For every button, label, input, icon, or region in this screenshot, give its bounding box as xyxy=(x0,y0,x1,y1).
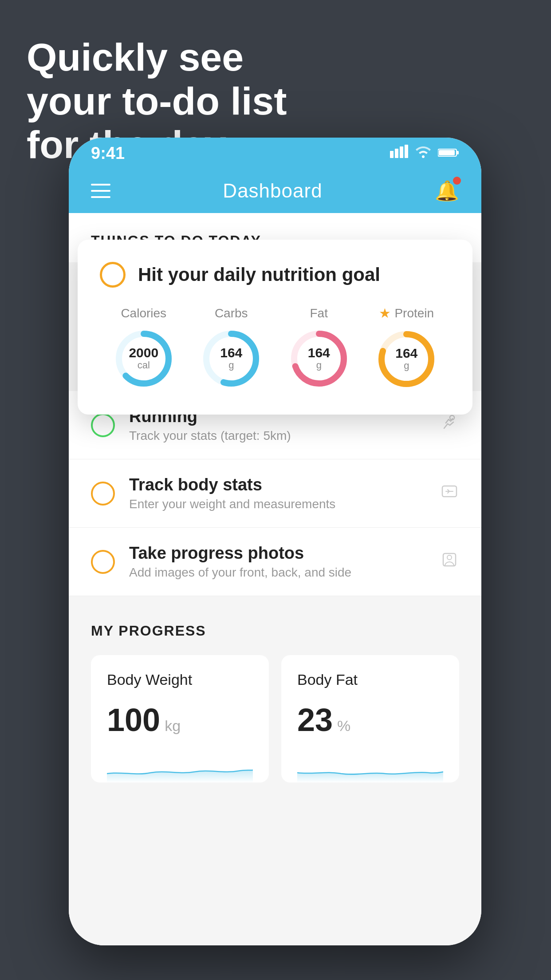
photos-title: Take progress photos xyxy=(129,544,440,563)
running-icon xyxy=(440,413,459,437)
bell-icon[interactable]: 🔔 xyxy=(435,179,459,202)
protein-label: ★ Protein xyxy=(379,305,434,321)
status-time: 9:41 xyxy=(91,144,125,163)
photos-subtitle: Add images of your front, back, and side xyxy=(129,565,440,580)
body-weight-chart xyxy=(107,751,253,782)
body-fat-chart xyxy=(297,751,443,782)
app-content: THINGS TO DO TODAY Hit your daily nutrit… xyxy=(69,213,481,945)
photos-check-circle xyxy=(91,550,115,574)
status-bar: 9:41 xyxy=(69,138,481,169)
nutrition-card: Hit your daily nutrition goal Calories 2… xyxy=(78,240,472,415)
svg-rect-0 xyxy=(390,151,394,158)
stat-fat: Fat 164 g xyxy=(288,306,350,390)
carbs-value: 164 g xyxy=(220,346,242,371)
nutrition-card-title: Hit your daily nutrition goal xyxy=(138,264,380,285)
svg-rect-5 xyxy=(457,151,459,154)
stat-carbs: Carbs 164 g xyxy=(200,306,262,390)
signal-icon xyxy=(390,145,409,162)
calories-label: Calories xyxy=(121,306,166,320)
body-weight-card[interactable]: Body Weight 100 kg xyxy=(91,655,269,782)
running-check-circle xyxy=(91,413,115,437)
body-stats-title: Track body stats xyxy=(129,475,440,494)
body-weight-value-wrap: 100 kg xyxy=(107,702,253,738)
protein-donut: 164 g xyxy=(375,328,437,390)
protein-value: 164 g xyxy=(395,347,417,371)
nutrition-card-header: Hit your daily nutrition goal xyxy=(100,262,450,288)
calories-donut: 2000 cal xyxy=(113,328,175,390)
photos-text: Take progress photos Add images of your … xyxy=(129,544,440,580)
body-fat-unit: % xyxy=(337,717,350,735)
wifi-icon xyxy=(415,145,432,162)
body-weight-value: 100 xyxy=(107,702,160,738)
progress-section: MY PROGRESS Body Weight 100 kg xyxy=(69,596,481,800)
svg-rect-3 xyxy=(405,145,408,158)
scale-icon xyxy=(440,482,459,505)
body-stats-text: Track body stats Enter your weight and m… xyxy=(129,475,440,511)
fat-donut: 164 g xyxy=(288,328,350,390)
carbs-donut: 164 g xyxy=(200,328,262,390)
battery-icon xyxy=(438,145,459,162)
person-icon xyxy=(440,550,459,573)
svg-rect-1 xyxy=(395,149,398,158)
progress-cards: Body Weight 100 kg xyxy=(91,655,459,782)
menu-icon[interactable] xyxy=(91,184,110,198)
phone-mockup: 9:41 xyxy=(69,138,481,945)
nav-title: Dashboard xyxy=(223,180,322,202)
svg-rect-2 xyxy=(400,146,403,158)
body-weight-unit: kg xyxy=(165,717,181,735)
nutrition-stats: Calories 2000 cal Carbs xyxy=(100,305,450,390)
todo-item-photos[interactable]: Take progress photos Add images of your … xyxy=(69,528,481,596)
calories-value: 2000 cal xyxy=(129,346,158,371)
body-fat-card-title: Body Fat xyxy=(297,671,443,688)
fat-label: Fat xyxy=(310,306,328,320)
progress-title: MY PROGRESS xyxy=(91,623,459,639)
body-fat-card[interactable]: Body Fat 23 % xyxy=(281,655,459,782)
running-subtitle: Track your stats (target: 5km) xyxy=(129,429,440,443)
nav-bar: Dashboard 🔔 xyxy=(69,169,481,213)
stat-protein: ★ Protein 164 g xyxy=(375,305,437,390)
svg-rect-6 xyxy=(439,150,455,155)
body-weight-card-title: Body Weight xyxy=(107,671,253,688)
stat-calories: Calories 2000 cal xyxy=(113,306,175,390)
nutrition-check-circle[interactable] xyxy=(100,262,126,288)
status-icons xyxy=(390,145,459,162)
carbs-label: Carbs xyxy=(215,306,248,320)
fat-value: 164 g xyxy=(308,346,330,371)
notification-dot xyxy=(453,177,461,185)
todo-item-body-stats[interactable]: Track body stats Enter your weight and m… xyxy=(69,459,481,528)
protein-star-icon: ★ xyxy=(379,305,391,321)
body-stats-check-circle xyxy=(91,482,115,506)
body-stats-subtitle: Enter your weight and measurements xyxy=(129,497,440,511)
todo-list: Running Track your stats (target: 5km) T… xyxy=(69,391,481,596)
svg-point-18 xyxy=(447,555,452,560)
body-fat-value-wrap: 23 % xyxy=(297,702,443,738)
body-fat-value: 23 xyxy=(297,702,333,738)
